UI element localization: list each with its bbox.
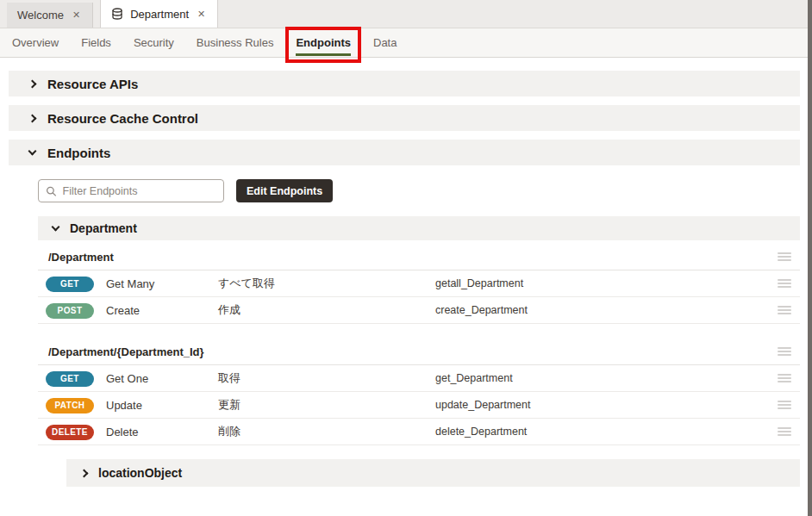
menu-icon[interactable] <box>778 304 791 316</box>
menu-icon[interactable] <box>778 426 791 438</box>
method-badge: GET <box>46 371 94 387</box>
section-title: Resource APIs <box>47 77 138 91</box>
endpoint-id: get_Department <box>435 372 771 384</box>
filter-endpoints-box <box>38 179 224 202</box>
path-row: /Department <box>38 244 800 270</box>
location-object-header[interactable]: locationObject <box>66 459 800 487</box>
endpoint-row[interactable]: GET Get Many すべて取得 getall_Department <box>38 270 800 297</box>
tab-fields[interactable]: Fields <box>81 36 111 49</box>
menu-icon[interactable] <box>778 372 791 384</box>
endpoint-path: /Department <box>48 251 771 264</box>
endpoint-name: Get Many <box>106 277 218 290</box>
endpoint-row[interactable]: PATCH Update 更新 update_Department <box>38 392 800 419</box>
filter-endpoints-input[interactable] <box>63 185 216 197</box>
tab-overview[interactable]: Overview <box>12 36 59 49</box>
chevron-down-icon <box>28 147 37 156</box>
section-resource-apis[interactable]: Resource APIs <box>9 71 800 96</box>
section-title: Resource Cache Control <box>47 111 198 126</box>
endpoint-label-ja: 取得 <box>218 370 435 386</box>
edit-endpoints-button[interactable]: Edit Endpoints <box>236 179 333 202</box>
search-icon <box>46 185 57 197</box>
tab-data[interactable]: Data <box>373 36 397 49</box>
endpoint-row[interactable]: POST Create 作成 create_Department <box>38 297 800 324</box>
tab-endpoints[interactable]: Endpoints <box>296 36 351 49</box>
object-subnav: Overview Fields Security Business Rules … <box>0 28 812 58</box>
database-icon <box>111 8 123 20</box>
location-object-panel: locationObject <box>66 459 800 487</box>
menu-icon[interactable] <box>778 251 791 263</box>
department-panel-title: Department <box>70 221 137 235</box>
endpoint-row[interactable]: DELETE Delete 削除 delete_Department <box>38 419 800 445</box>
endpoint-name: Delete <box>106 426 218 438</box>
menu-icon[interactable] <box>778 345 791 357</box>
department-panel: Department /Department GET Get Many すべて取… <box>38 216 800 445</box>
tab-department-label: Department <box>130 8 189 21</box>
method-badge: PATCH <box>46 398 94 413</box>
endpoint-name: Create <box>106 304 218 317</box>
method-badge: POST <box>46 303 94 319</box>
chevron-right-icon <box>28 114 37 122</box>
endpoint-group: /Department GET Get Many すべて取得 getall_De… <box>38 244 800 324</box>
chevron-right-icon <box>80 469 89 477</box>
menu-icon[interactable] <box>778 399 791 411</box>
location-object-title: locationObject <box>98 466 182 480</box>
section-endpoints[interactable]: Endpoints <box>9 140 800 165</box>
endpoint-path: /Department/{Department_Id} <box>48 345 771 358</box>
tab-welcome-label: Welcome <box>17 9 64 22</box>
department-panel-header[interactable]: Department <box>38 216 800 240</box>
app-window: Welcome ✕ Department ✕ Overview Fields S… <box>0 0 812 516</box>
vertical-scrollbar[interactable] <box>808 0 812 516</box>
endpoint-group: /Department/{Department_Id} GET Get One … <box>38 339 800 445</box>
endpoint-label-ja: すべて取得 <box>218 276 435 291</box>
tab-endpoints-label: Endpoints <box>296 36 351 49</box>
endpoint-label-ja: 作成 <box>218 302 435 318</box>
endpoint-name: Update <box>106 399 218 412</box>
tab-welcome[interactable]: Welcome ✕ <box>7 3 93 28</box>
editor-tab-bar: Welcome ✕ Department ✕ <box>0 0 812 28</box>
endpoint-id: create_Department <box>435 304 771 316</box>
path-row: /Department/{Department_Id} <box>38 339 800 365</box>
tab-business-rules[interactable]: Business Rules <box>197 36 274 49</box>
method-badge: GET <box>46 277 94 292</box>
endpoint-id: delete_Department <box>435 426 771 438</box>
content-area: Resource APIs Resource Cache Control End… <box>0 58 812 487</box>
endpoint-id: update_Department <box>435 399 771 411</box>
endpoints-toolbar: Edit Endpoints <box>38 179 800 202</box>
section-resource-cache-control[interactable]: Resource Cache Control <box>9 105 800 131</box>
endpoint-name: Get One <box>106 372 218 385</box>
endpoint-row[interactable]: GET Get One 取得 get_Department <box>38 365 800 392</box>
tab-department[interactable]: Department ✕ <box>100 0 218 28</box>
endpoint-label-ja: 削除 <box>218 424 435 439</box>
endpoint-label-ja: 更新 <box>218 397 435 413</box>
section-title: Endpoints <box>47 146 110 160</box>
active-tab-underline <box>296 53 351 56</box>
method-badge: DELETE <box>46 425 94 440</box>
menu-icon[interactable] <box>778 277 791 289</box>
chevron-right-icon <box>28 79 37 88</box>
endpoint-id: getall_Department <box>435 277 771 289</box>
tab-security[interactable]: Security <box>134 36 174 49</box>
close-icon[interactable]: ✕ <box>71 9 82 22</box>
chevron-down-icon <box>52 223 60 232</box>
close-icon[interactable]: ✕ <box>196 8 207 21</box>
